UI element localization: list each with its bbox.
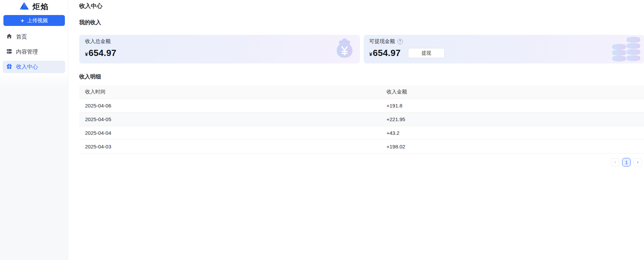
withdrawable-label: 可提现金额 [369, 38, 395, 45]
pagination: ‹ 1 › [79, 158, 644, 167]
help-icon[interactable]: ? [397, 39, 403, 44]
sidebar-item-label: 内容管理 [16, 48, 38, 56]
page-title: 收入中心 [79, 3, 644, 10]
withdrawable-card: 可提现金额 ? ¥ 654.97 提现 [364, 35, 644, 63]
plus-icon: + [21, 18, 24, 24]
app-name: 炬焰 [32, 2, 49, 12]
sidebar-nav: 首页 内容管理 [0, 31, 68, 73]
main-content: 收入中心 我的收入 收入总金额 ¥ 654.97 [69, 0, 644, 260]
income-amount: +221.95 [387, 116, 644, 122]
content-manage-icon [6, 48, 12, 56]
table-row[interactable]: 2025-04-06 +191.8 [79, 99, 644, 113]
table-row[interactable]: 2025-04-04 +43.2 [79, 126, 644, 140]
page-number-button[interactable]: 1 [622, 158, 631, 167]
column-header-income-amount: 收入金额 [387, 89, 644, 95]
income-details-table: 收入时间 收入金额 2025-04-06 +191.8 2025-04-05 +… [79, 85, 644, 154]
coin-stack-icon [612, 35, 640, 63]
home-icon [6, 33, 12, 41]
income-amount: +191.8 [387, 103, 644, 109]
income-date: 2025-04-06 [79, 103, 387, 109]
chevron-right-icon[interactable]: › [633, 158, 642, 167]
total-income-card: 收入总金额 ¥ 654.97 [79, 35, 360, 63]
logo-triangle-icon [19, 1, 29, 12]
money-bag-icon [334, 38, 355, 60]
table-header-row: 收入时间 收入金额 [79, 85, 644, 99]
sidebar-item-home[interactable]: 首页 [3, 31, 65, 43]
table-row[interactable]: 2025-04-03 +198.02 [79, 140, 644, 154]
income-amount: +198.02 [387, 144, 644, 149]
chevron-left-icon[interactable]: ‹ [611, 158, 619, 167]
upload-video-button[interactable]: + 上传视频 [3, 15, 65, 26]
income-center-icon [6, 63, 12, 71]
total-income-amount: 654.97 [88, 48, 116, 58]
income-date: 2025-04-03 [79, 144, 387, 149]
income-cards: 收入总金额 ¥ 654.97 [79, 35, 644, 63]
sidebar-item-label: 首页 [16, 33, 27, 41]
sidebar-item-content-manage[interactable]: 内容管理 [3, 46, 65, 58]
currency-symbol: ¥ [85, 51, 88, 57]
income-date: 2025-04-04 [79, 130, 387, 136]
column-header-income-time: 收入时间 [79, 89, 387, 95]
withdrawable-amount: 654.97 [373, 48, 401, 58]
currency-symbol: ¥ [369, 51, 372, 57]
income-details-section-title: 收入明细 [79, 73, 644, 80]
sidebar: 炬焰 + 上传视频 首页 内容管理 [0, 0, 68, 260]
upload-video-label: 上传视频 [27, 17, 47, 24]
total-income-label: 收入总金额 [85, 38, 111, 45]
income-date: 2025-04-05 [79, 116, 387, 122]
income-amount: +43.2 [387, 130, 644, 136]
sidebar-item-income-center[interactable]: 收入中心 [3, 61, 65, 73]
sidebar-item-label: 收入中心 [16, 63, 38, 71]
table-row[interactable]: 2025-04-05 +221.95 [79, 113, 644, 126]
my-income-section-title: 我的收入 [79, 19, 644, 26]
app-logo: 炬焰 [0, 0, 68, 12]
withdraw-button[interactable]: 提现 [408, 48, 445, 58]
